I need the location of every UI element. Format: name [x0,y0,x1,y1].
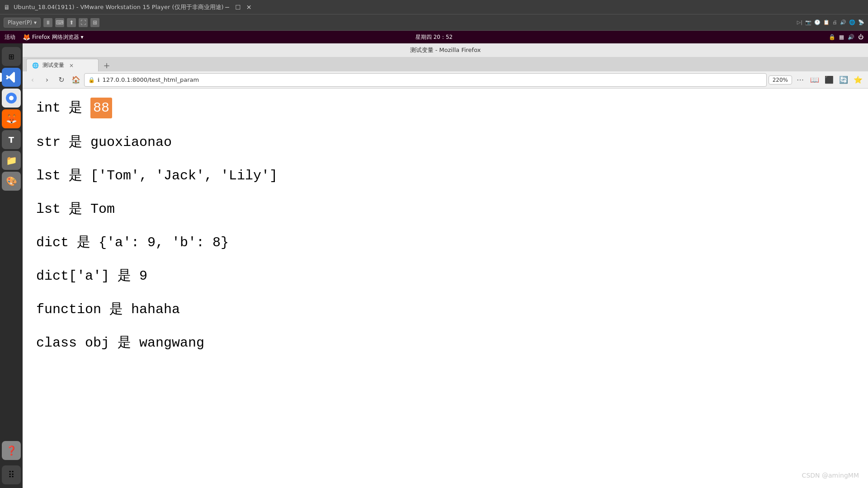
line-lst2: lst 是 Tom [36,200,854,219]
toolbar-icon-7: 🌐 [849,19,855,25]
sidebar-apps-grid-bottom[interactable]: ⠿ [2,465,21,484]
fullscreen-button[interactable]: ⛶ [79,18,88,27]
line2-type: str [36,133,61,152]
line3-type: lst [36,166,61,185]
url-text[interactable]: 127.0.0.1:8000/test_html_param [103,76,763,83]
close-button[interactable]: ✕ [245,4,253,11]
toolbar-icon-4: 📋 [823,19,830,25]
zoom-level: 220% [769,75,792,84]
toolbar-icon-3: 🕐 [814,19,821,25]
sidebar-help[interactable]: ❓ [2,441,21,460]
line1-value: 88 [90,98,112,118]
lock-icon: 🔒 [88,77,95,83]
line-dict-a: dict['a'] 是 9 [36,267,854,286]
back-button[interactable]: ‹ [26,74,39,86]
display-icon: ▦ [839,34,844,40]
line6-value: 9 [139,267,147,286]
line-dict: dict 是 {'a': 9, 'b': 8} [36,233,854,252]
firefox-tabs: 🌐 测试变量 × + [23,57,868,71]
tab-close-button[interactable]: × [68,62,75,69]
sidebar-chromium[interactable] [2,89,21,108]
sidebar-firefox[interactable]: 🦊 [2,109,21,128]
watermark: CSDN @amingMM [802,472,859,479]
forward-button[interactable]: › [41,74,53,86]
vmware-title: Ubuntu_18.04(1911) - VMware Workstation … [14,3,224,11]
line4-label: 是 [69,200,82,219]
sidebar-paint[interactable]: 🎨 [2,172,21,191]
toolbar-icon-2: 📷 [805,19,811,25]
tab-label: 测试变量 [42,61,64,69]
pause-button[interactable]: ⏸ [43,18,52,27]
line7-type: function [36,300,101,319]
more-options-button[interactable]: ⋯ [794,74,807,86]
line4-type: lst [36,200,61,219]
tab-favicon: 🌐 [32,62,39,69]
line6-type: dict['a'] [36,267,109,286]
toolbar-icon-1: ▷| [797,19,802,25]
line-str: str 是 guoxiaonao [36,133,854,152]
line1-label: 是 [69,99,82,117]
toolbar-icon-5: 🖨 [832,19,837,25]
sidebar-apps-grid[interactable]: ⊞ [2,47,21,66]
line6-label: 是 [118,267,131,286]
line5-type: dict [36,233,69,252]
line4-value: Tom [90,200,115,219]
line-function: function 是 hahaha [36,300,854,319]
firefox-titlebar: 测试变量 - Mozilla Firefox [23,43,868,57]
activities-button[interactable]: 活动 [5,33,15,41]
line8-value: wangwang [139,333,204,352]
reader-view-button[interactable]: 📖 [808,74,821,86]
line7-label: 是 [109,300,123,319]
sidebar-toggle-button[interactable]: ⬛ [823,74,835,86]
maximize-button[interactable]: ☐ [235,4,242,11]
power-icon: ⏻ [858,34,863,40]
toolbar-icon-8: 📡 [858,19,864,25]
sound-icon: 🔊 [848,34,854,40]
player-menu-button[interactable]: Player(P) ▾ [4,18,41,28]
reload-button[interactable]: ↻ [55,74,68,86]
line2-label: 是 [69,133,82,152]
vmware-toolbar: Player(P) ▾ ⏸ ⌨ ⬆ ⛶ ⊞ ▷| 📷 🕐 📋 🖨 🔊 🌐 📡 [0,14,868,31]
vmware-titlebar: 🖥 Ubuntu_18.04(1911) - VMware Workstatio… [0,0,868,14]
url-bar[interactable]: 🔒 ℹ 127.0.0.1:8000/test_html_param [84,73,767,87]
sidebar-text[interactable]: T [2,130,21,149]
firefox-navbar: ‹ › ↻ 🏠 🔒 ℹ 127.0.0.1:8000/test_html_par… [23,71,868,89]
line2-value: guoxiaonao [90,133,172,152]
line1-type: int [36,99,61,117]
sync-button[interactable]: 🔄 [837,74,850,86]
usb-button[interactable]: ⬆ [67,18,76,27]
topbar-right: 🔒 ▦ 🔊 ⏻ [829,34,863,40]
line8-type: class obj [36,333,109,352]
firefox-page-content: int 是 88 str 是 guoxiaonao lst 是 ['Tom', … [23,89,868,488]
network-icon: 🔒 [829,34,835,40]
unity-button[interactable]: ⊞ [90,18,99,27]
player-dropdown-icon: ▾ [34,19,37,26]
info-icon: ℹ [98,77,100,83]
line5-value: {'a': 9, 'b': 8} [99,233,229,252]
home-button[interactable]: 🏠 [70,74,82,86]
line-lst1: lst 是 ['Tom', 'Jack', 'Lily'] [36,166,854,185]
bookmark-button[interactable]: ⭐ [852,74,864,86]
ubuntu-topbar: 活动 🦊 Firefox 网络浏览器 ▾ 星期四 20：52 🔒 ▦ 🔊 ⏻ [0,31,868,43]
line-int: int 是 88 [36,98,854,118]
line3-label: 是 [69,166,82,185]
app-menu-button[interactable]: 🦊 Firefox 网络浏览器 ▾ [23,33,84,41]
content-wrapper: ⊞ 🦊 T 📁 🎨 ❓ ⠿ 测试变量 - Mozilla Firefox [0,43,868,488]
app-menu-label: Firefox 网络浏览器 [32,33,79,41]
firefox-favicon: 🦊 [23,33,30,41]
navbar-right-buttons: ⋯ 📖 ⬛ 🔄 ⭐ [794,74,864,86]
send-ctrl-alt-del-button[interactable]: ⌨ [55,18,64,27]
sidebar-files[interactable]: 📁 [2,151,21,170]
firefox-window: 测试变量 - Mozilla Firefox 🌐 测试变量 × + ‹ › ↻ … [23,43,868,488]
vmware-icon: 🖥 [4,4,10,11]
line3-value: ['Tom', 'Jack', 'Lily'] [90,166,278,185]
line5-label: 是 [77,233,90,252]
clock: 星期四 20：52 [415,33,453,41]
minimize-button[interactable]: ─ [224,4,231,11]
ubuntu-sidebar: ⊞ 🦊 T 📁 🎨 ❓ ⠿ [0,43,23,488]
new-tab-button[interactable]: + [100,59,113,71]
line7-value: hahaha [131,300,180,319]
svg-point-1 [9,96,14,100]
browser-tab-active[interactable]: 🌐 测试变量 × [26,59,99,71]
sidebar-vscode[interactable] [2,68,21,87]
